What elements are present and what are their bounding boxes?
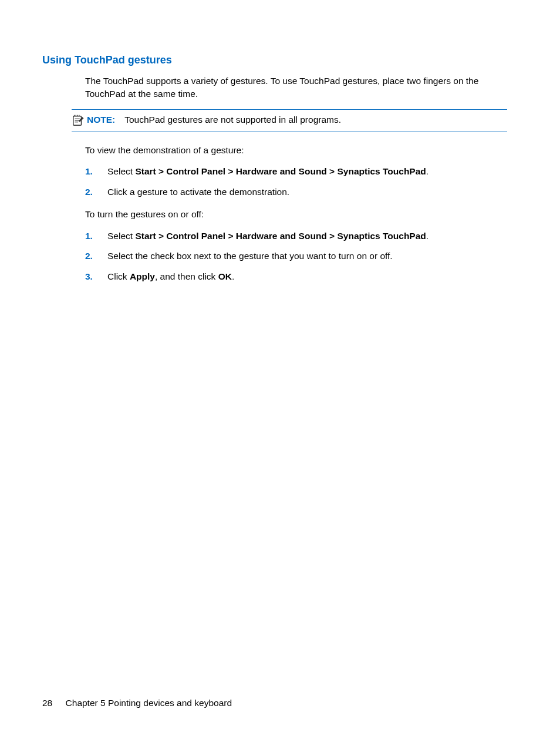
step-text: Select Start > Control Panel > Hardware … — [107, 165, 429, 178]
step-number: 1. — [85, 165, 107, 178]
step-text: Click Apply, and then click OK. — [107, 270, 234, 283]
step-number: 3. — [85, 270, 107, 283]
toggle-paragraph: To turn the gestures on or off: — [85, 208, 507, 221]
note-label: NOTE: — [87, 115, 115, 125]
list-item: 2. Select the check box next to the gest… — [85, 250, 507, 263]
page-number: 28 — [42, 698, 52, 708]
note-block: NOTE: TouchPad gestures are not supporte… — [72, 109, 507, 132]
demo-steps-list: 1. Select Start > Control Panel > Hardwa… — [85, 165, 507, 199]
step-text: Click a gesture to activate the demonstr… — [107, 186, 289, 199]
intro-paragraph: The TouchPad supports a variety of gestu… — [85, 75, 507, 101]
note-icon — [72, 114, 85, 127]
list-item: 2. Click a gesture to activate the demon… — [85, 186, 507, 199]
list-item: 3. Click Apply, and then click OK. — [85, 270, 507, 283]
toggle-steps-list: 1. Select Start > Control Panel > Hardwa… — [85, 230, 507, 283]
note-content: NOTE: TouchPad gestures are not supporte… — [87, 115, 341, 125]
step-number: 2. — [85, 250, 107, 263]
list-item: 1. Select Start > Control Panel > Hardwa… — [85, 230, 507, 243]
section-heading: Using TouchPad gestures — [42, 54, 507, 66]
step-text: Select the check box next to the gesture… — [107, 250, 393, 263]
step-number: 1. — [85, 230, 107, 243]
step-text: Select Start > Control Panel > Hardware … — [107, 230, 429, 243]
document-page: Using TouchPad gestures The TouchPad sup… — [0, 0, 560, 746]
note-text: TouchPad gestures are not supported in a… — [124, 115, 341, 125]
view-demo-paragraph: To view the demonstration of a gesture: — [85, 144, 507, 157]
page-footer: 28 Chapter 5 Pointing devices and keyboa… — [42, 698, 232, 708]
list-item: 1. Select Start > Control Panel > Hardwa… — [85, 165, 507, 178]
chapter-label: Chapter 5 Pointing devices and keyboard — [66, 698, 232, 708]
step-number: 2. — [85, 186, 107, 199]
